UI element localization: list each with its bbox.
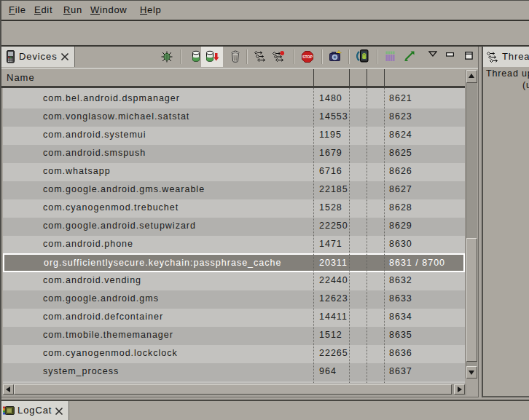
svg-text:STOP: STOP [302,55,313,59]
